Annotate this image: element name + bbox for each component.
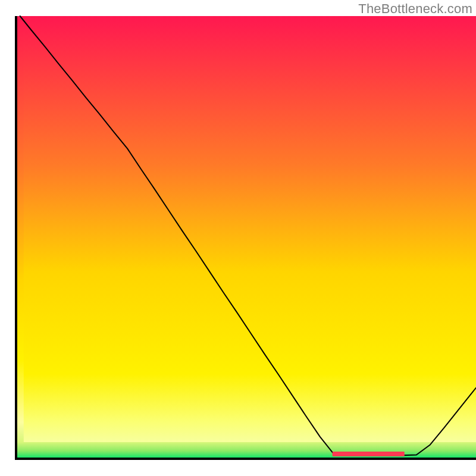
plot-inner-strip [24, 16, 476, 442]
legend-highlight-bar [333, 452, 405, 456]
chart-container: TheBottleneck.com [0, 0, 476, 476]
bottleneck-chart [0, 0, 476, 476]
